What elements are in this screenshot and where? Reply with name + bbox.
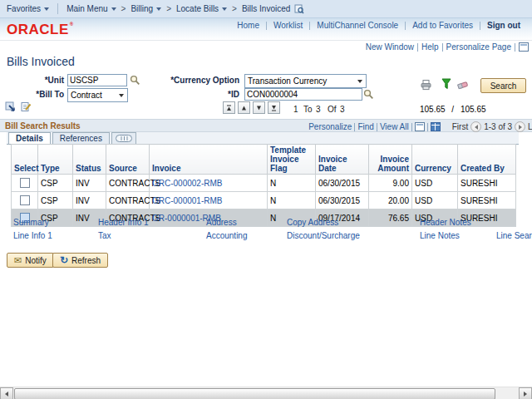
- unit-input[interactable]: [67, 74, 127, 86]
- favorites-label: Favorites: [7, 4, 41, 13]
- cell-invoice-amount: 20.00: [369, 192, 412, 209]
- download-grid-icon[interactable]: [431, 122, 441, 131]
- bill-to-select[interactable]: Contract: [67, 88, 128, 102]
- show-all-columns-icon[interactable]: [111, 132, 136, 144]
- copy-address-link[interactable]: Copy Address: [287, 218, 338, 227]
- header-notes-link[interactable]: Header Notes: [420, 218, 471, 227]
- cell-type: CSP: [38, 192, 73, 209]
- scrollbar-thumb[interactable]: [14, 388, 495, 399]
- main-menu-label: Main Menu: [66, 4, 107, 13]
- next-row-set-icon[interactable]: [253, 101, 265, 114]
- breadcrumb: Favorites Main Menu Billing Locate Bills…: [0, 0, 532, 18]
- summary-link[interactable]: Summary: [13, 218, 49, 227]
- favorites-menu[interactable]: Favorites: [7, 4, 49, 13]
- global-header: Home Worklist MultiChannel Console Add t…: [0, 18, 532, 41]
- address-link[interactable]: Address: [206, 218, 237, 227]
- line-notes-link[interactable]: Line Notes: [420, 231, 460, 240]
- refresh-icon: ↻: [60, 256, 68, 264]
- cell-template-flag: N: [268, 175, 316, 192]
- currency-option-select[interactable]: Transaction Currency: [244, 74, 367, 88]
- horizontal-scrollbar[interactable]: [0, 387, 532, 399]
- zoom-window-icon[interactable]: [415, 122, 425, 131]
- clear-eraser-icon[interactable]: [456, 80, 470, 92]
- view-all-link[interactable]: View All: [380, 122, 409, 131]
- id-lookup-icon[interactable]: [363, 89, 374, 101]
- tab-references[interactable]: References: [52, 132, 110, 144]
- results-header-bar: Bill Search Results Personalize Find Vie…: [0, 119, 532, 132]
- previous-row-set-icon[interactable]: [238, 101, 250, 114]
- search-button[interactable]: Search: [480, 78, 526, 93]
- print-icon[interactable]: [420, 79, 432, 92]
- notify-icon: ✉: [14, 256, 22, 264]
- unit-label: *Unit: [17, 76, 64, 85]
- col-header-invoice-amount: Invoice Amount: [369, 145, 412, 175]
- rowset-from: 1: [293, 105, 298, 114]
- id-label: *ID: [150, 90, 239, 99]
- row-select-checkbox[interactable]: [20, 195, 30, 205]
- link-separator: [442, 43, 443, 52]
- edit-grid-icon[interactable]: [21, 101, 32, 114]
- worklist-link[interactable]: Worklist: [267, 21, 309, 30]
- breadcrumb-item-billing[interactable]: Billing: [131, 4, 161, 13]
- link-separator: [354, 123, 355, 131]
- discount-surcharge-link[interactable]: Discount/Surcharge: [287, 231, 360, 240]
- popup-window-icon[interactable]: [519, 42, 529, 52]
- multichannel-console-link[interactable]: MultiChannel Console: [310, 21, 405, 30]
- link-separator: [411, 123, 412, 131]
- cell-currency: USD: [412, 175, 458, 192]
- sign-out-link[interactable]: Sign out: [480, 21, 527, 30]
- unit-lookup-icon[interactable]: [130, 75, 140, 87]
- oracle-logo: ORACLE: [7, 22, 74, 38]
- notify-button[interactable]: ✉ Notify: [7, 253, 54, 268]
- home-link[interactable]: Home: [230, 21, 266, 30]
- id-input[interactable]: [244, 88, 362, 101]
- cell-template-flag: N: [268, 192, 316, 209]
- previous-page-icon[interactable]: [470, 121, 481, 132]
- last-row-set-icon[interactable]: [268, 101, 280, 114]
- breadcrumb-item-locate-bills[interactable]: Locate Bills: [176, 4, 227, 13]
- page-action-bar: New Window Help Personalize Page: [366, 42, 529, 52]
- invoice-link[interactable]: GRC-000002-RMB: [152, 179, 222, 188]
- new-window-link[interactable]: New Window: [366, 42, 414, 52]
- chevron-down-icon: [357, 80, 362, 83]
- scroll-left-button[interactable]: [0, 387, 13, 399]
- refresh-button[interactable]: ↻ Refresh: [52, 253, 108, 268]
- pager-last-label[interactable]: Last: [528, 122, 532, 131]
- line-search-link[interactable]: Line Search: [496, 231, 532, 240]
- add-to-favorites-link[interactable]: Add to Favorites: [406, 21, 480, 30]
- cell-created-by: SURESHI: [458, 192, 516, 209]
- line-info-1-link[interactable]: Line Info 1: [13, 231, 52, 240]
- scroll-right-button[interactable]: [519, 387, 532, 399]
- row-select-checkbox[interactable]: [20, 178, 30, 188]
- next-page-icon[interactable]: [515, 121, 525, 132]
- currency-option-label: *Currency Option: [150, 76, 239, 85]
- header-info-1-link[interactable]: Header Info 1: [98, 218, 149, 227]
- rowset-to: 3: [316, 105, 321, 114]
- bill-search-results-table: Select Type Status Source Invoice Templa…: [11, 144, 516, 227]
- currency-option-value: Transaction Currency: [248, 76, 327, 86]
- breadcrumb-search-icon[interactable]: [294, 4, 304, 14]
- main-menu[interactable]: Main Menu: [66, 4, 116, 13]
- personalize-link[interactable]: Personalize: [308, 122, 352, 131]
- filter-funnel-icon[interactable]: [441, 78, 451, 91]
- page-title: Bills Invoiced: [7, 55, 75, 68]
- cell-invoice-amount: 9.00: [369, 175, 412, 192]
- personalize-page-link[interactable]: Personalize Page: [446, 42, 511, 52]
- invoice-link[interactable]: GRC-000001-RMB: [152, 196, 222, 205]
- chevron-down-icon: [44, 7, 49, 11]
- accounting-link[interactable]: Accounting: [206, 231, 247, 240]
- zoom-grid-icon[interactable]: [5, 101, 16, 114]
- find-link[interactable]: Find: [357, 122, 373, 131]
- bill-to-value: Contract: [71, 91, 102, 100]
- help-link[interactable]: Help: [421, 42, 439, 52]
- locate-bills-label: Locate Bills: [176, 4, 219, 13]
- tab-details[interactable]: Details: [8, 132, 51, 144]
- results-title: Bill Search Results: [5, 121, 81, 131]
- results-tab-strip: Details References: [7, 132, 519, 145]
- chevron-down-icon: [156, 7, 161, 11]
- cell-created-by: SURESHI: [458, 175, 516, 192]
- first-row-set-icon[interactable]: [223, 101, 235, 114]
- tax-link[interactable]: Tax: [98, 231, 111, 240]
- chevron-down-icon: [222, 7, 227, 11]
- bill-to-label: *Bill To: [17, 90, 64, 99]
